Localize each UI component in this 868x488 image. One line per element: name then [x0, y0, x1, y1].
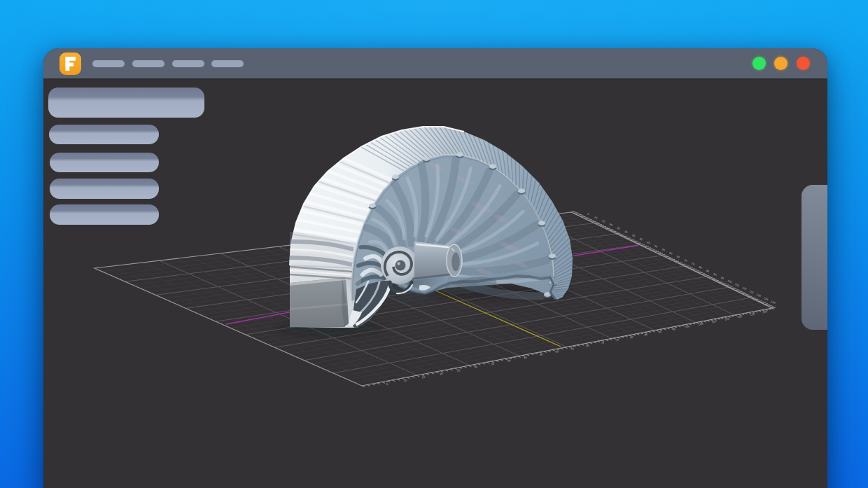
svg-text:20: 20 — [440, 372, 444, 376]
svg-text:65: 65 — [676, 255, 681, 260]
svg-text:45: 45 — [646, 240, 651, 245]
svg-text:55: 55 — [662, 247, 666, 252]
svg-text:50: 50 — [540, 352, 544, 356]
svg-text:75: 75 — [691, 262, 696, 267]
svg-text:60: 60 — [668, 251, 673, 256]
svg-text:65: 65 — [586, 344, 590, 348]
svg-text:10: 10 — [404, 379, 408, 383]
svg-text:35: 35 — [491, 362, 495, 366]
svg-text:80: 80 — [630, 335, 634, 340]
svg-text:35: 35 — [631, 233, 636, 238]
svg-text:15: 15 — [421, 375, 426, 379]
svg-text:70: 70 — [601, 341, 605, 345]
svg-text:70: 70 — [683, 258, 688, 263]
svg-text:120: 120 — [756, 293, 762, 298]
svg-text:50: 50 — [654, 244, 659, 249]
svg-text:25: 25 — [617, 226, 622, 231]
svg-text:115: 115 — [749, 289, 755, 294]
svg-text:60: 60 — [570, 347, 575, 351]
svg-text:5: 5 — [386, 382, 388, 386]
svg-text:85: 85 — [644, 333, 648, 337]
svg-text:125: 125 — [750, 312, 755, 316]
svg-text:130: 130 — [770, 300, 776, 305]
svg-text:95: 95 — [720, 276, 725, 281]
svg-text:40: 40 — [639, 237, 644, 242]
svg-text:105: 105 — [698, 322, 704, 326]
svg-text:30: 30 — [624, 230, 629, 235]
svg-text:40: 40 — [507, 358, 512, 363]
svg-text:100: 100 — [727, 279, 733, 284]
svg-text:5: 5 — [587, 212, 590, 216]
svg-text:120: 120 — [737, 314, 743, 319]
svg-text:10: 10 — [594, 215, 598, 220]
svg-text:30: 30 — [474, 365, 478, 369]
svg-text:110: 110 — [741, 286, 748, 291]
svg-text:100: 100 — [685, 324, 690, 328]
svg-text:85: 85 — [706, 269, 710, 274]
svg-text:80: 80 — [699, 265, 704, 270]
svg-text:75: 75 — [615, 338, 620, 342]
svg-text:95: 95 — [672, 327, 676, 331]
svg-text:25: 25 — [456, 368, 461, 372]
svg-text:115: 115 — [724, 316, 730, 321]
svg-text:20: 20 — [609, 223, 614, 228]
svg-text:45: 45 — [524, 356, 528, 360]
svg-text:15: 15 — [601, 218, 606, 223]
svg-text:90: 90 — [713, 272, 718, 277]
svg-text:105: 105 — [734, 282, 741, 288]
svg-text:125: 125 — [763, 296, 769, 302]
